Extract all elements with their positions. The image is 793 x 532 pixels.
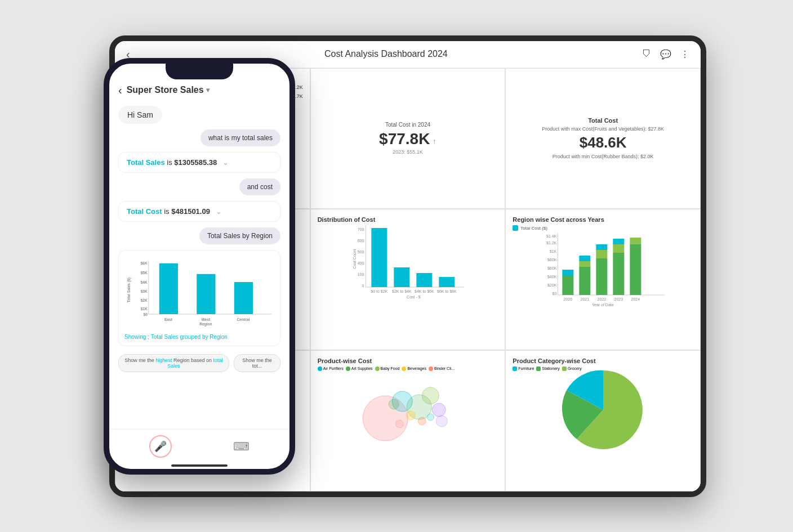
svg-rect-56 <box>630 238 641 244</box>
region-title: Region wise Cost across Years <box>513 216 693 223</box>
answer1-expand-icon[interactable]: ⌄ <box>222 158 229 167</box>
chart-trigger-bubble: Total Sales by Region <box>199 227 280 244</box>
phone-app-title: Super Store Sales ▾ <box>127 85 210 95</box>
kpi1-label: Total Cost in 2024 <box>385 122 430 128</box>
svg-text:$4K: $4K <box>141 280 148 284</box>
kpi2-card: Total Cost Product with max Cost(Fruits … <box>506 69 700 209</box>
highest-label: highest <box>155 357 172 363</box>
svg-text:$2K: $2K <box>141 298 148 303</box>
answer1-highlight: Total Sales <box>127 158 165 167</box>
bubble-legend: Air Purifiers Art Supplies Baby Food Bev… <box>318 366 498 371</box>
phone-greeting: Hi Sam <box>118 106 162 124</box>
tablet-header-actions: ⛉ 💬 ⋮ <box>642 49 689 60</box>
svg-text:$20K: $20K <box>547 283 557 287</box>
phone-footer: 🎤 ⌨ <box>109 429 289 461</box>
pie-chart <box>513 373 693 446</box>
svg-rect-47 <box>580 261 591 267</box>
svg-rect-53 <box>613 244 625 253</box>
answer1-text: Total Sales is $1305585.38 ⌄ <box>127 158 272 167</box>
kpi2-sub1: Product with max Cost(Fruits and Vegetab… <box>542 126 664 132</box>
svg-rect-54 <box>613 239 625 244</box>
answer2-value: $481501.09 <box>171 207 210 216</box>
svg-text:2024: 2024 <box>631 297 640 301</box>
svg-point-75 <box>406 411 415 420</box>
kpi1-value: $77.8K <box>379 130 430 147</box>
pie-card: Product Category-wise Cost Furniture Sta… <box>506 351 700 491</box>
phone-header: ‹ Super Store Sales ▾ <box>109 79 289 101</box>
kpi2-title: Total Cost <box>542 117 664 124</box>
kpi1-card: Total Cost in 2024 $77.8K ↑ 2023: $55.1K <box>311 69 505 209</box>
bubble-card: Product-wise Cost Air Purifiers Art Supp… <box>311 351 505 491</box>
phone-back-button[interactable]: ‹ <box>118 84 122 97</box>
bubble-chart <box>318 373 498 446</box>
svg-rect-48 <box>580 256 591 261</box>
answer2-is: is <box>164 207 169 216</box>
svg-rect-50 <box>596 250 608 258</box>
svg-text:Year of Date: Year of Date <box>592 303 614 306</box>
region-chart: $0 $20K $40K $60K $80K $1K $1.2K $1.4K <box>513 233 693 306</box>
answer1-value: $1305585.38 <box>174 158 217 167</box>
phone-chart-svg: Total Sales ($) $6K $5K $4K $3K $2K $1K … <box>124 256 274 329</box>
comment-icon[interactable]: 💬 <box>660 49 671 60</box>
svg-text:$2K to $4K: $2K to $4K <box>392 289 412 293</box>
svg-rect-44 <box>563 275 574 295</box>
dist-title: Distribution of Cost <box>318 216 498 223</box>
answer2-highlight: Total Cost <box>127 207 162 216</box>
svg-text:2021: 2021 <box>581 297 590 301</box>
more-icon[interactable]: ⋮ <box>680 49 689 60</box>
svg-text:600: 600 <box>357 239 364 243</box>
bubble-svg <box>318 373 498 446</box>
phone-chart-title: Total Sales ($) $6K $5K $4K $3K $2K $1K … <box>124 256 274 330</box>
svg-text:Total Sales ($): Total Sales ($) <box>127 277 131 302</box>
phone-app-title-text: Super Store Sales <box>127 85 204 95</box>
bubble-title: Product-wise Cost <box>318 357 498 364</box>
phone-home-bar <box>171 464 228 467</box>
svg-text:400: 400 <box>357 261 364 265</box>
filter-icon[interactable]: ⛉ <box>642 49 651 59</box>
kpi2-value: $48.6K <box>542 134 664 151</box>
region-legend-box <box>513 225 518 231</box>
svg-text:2020: 2020 <box>564 297 573 301</box>
svg-point-73 <box>422 387 439 404</box>
svg-text:East: East <box>164 318 173 321</box>
kpi2-sub2: Product with min Cost(Rubber Bands): $2.… <box>542 154 664 159</box>
svg-text:$60K: $60K <box>547 266 557 270</box>
keyboard-button[interactable]: ⌨ <box>233 440 250 453</box>
tablet-title: Cost Analysis Dashboard 2024 <box>324 49 448 59</box>
svg-rect-46 <box>580 267 591 295</box>
chevron-down-icon: ▾ <box>206 86 210 94</box>
answer2-expand-icon[interactable]: ⌄ <box>216 207 222 216</box>
svg-point-74 <box>432 403 445 417</box>
svg-rect-25 <box>371 228 387 287</box>
suggestion-btn2[interactable]: Show me the tot... <box>234 354 280 372</box>
svg-text:100: 100 <box>357 272 364 276</box>
svg-text:$6K to $8K: $6K to $8K <box>437 289 457 293</box>
svg-point-78 <box>389 399 399 409</box>
svg-text:$80K: $80K <box>547 258 557 262</box>
phone-suggestion-buttons: Show me the highest Region based on tota… <box>118 354 280 372</box>
suggestion-btn1[interactable]: Show me the highest Region based on tota… <box>118 354 229 372</box>
answer1-is: is <box>167 158 172 167</box>
phone-notch <box>166 64 233 79</box>
svg-point-80 <box>395 420 403 428</box>
showing-metric: Total Sales <box>151 334 179 340</box>
svg-text:Cost - $: Cost - $ <box>407 295 421 298</box>
svg-rect-28 <box>439 277 455 287</box>
svg-text:$0 to $2K: $0 to $2K <box>371 289 387 293</box>
svg-rect-51 <box>596 244 608 250</box>
svg-point-77 <box>427 414 434 421</box>
svg-text:$1.4K: $1.4K <box>546 234 557 238</box>
phone-device: ‹ Super Store Sales ▾ Hi Sam what is my … <box>104 58 295 475</box>
svg-text:2023: 2023 <box>614 297 623 301</box>
svg-text:$0: $0 <box>143 312 148 316</box>
dist-card: Distribution of Cost Cost Count 700 600 … <box>311 209 505 350</box>
kpi1-value-row: $77.8K ↑ <box>379 130 436 148</box>
chart-trigger-text: Total Sales by Region <box>207 232 273 240</box>
svg-text:Central: Central <box>237 318 250 321</box>
microphone-button[interactable]: 🎤 <box>149 435 172 458</box>
svg-text:West: West <box>202 318 211 321</box>
svg-point-76 <box>418 417 426 425</box>
svg-point-79 <box>436 415 447 427</box>
svg-rect-26 <box>394 267 409 287</box>
dist-chart: Cost Count 700 600 500 400 100 0 <box>318 225 498 298</box>
